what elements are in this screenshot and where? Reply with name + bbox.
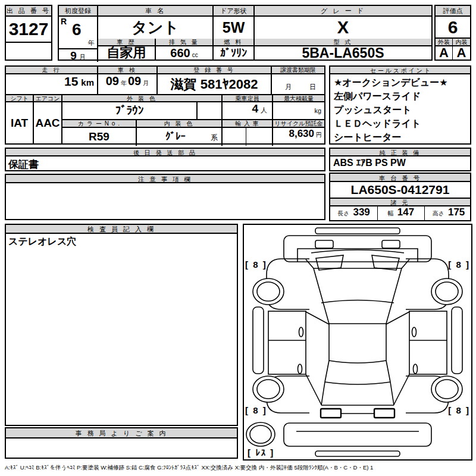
b-pillar-lines	[306, 312, 409, 324]
first-reg-era: R	[61, 17, 67, 26]
transfer-label: 譲渡書類期限	[272, 67, 324, 74]
details-box: 走 行 車 検 登 録 番 号 譲渡書類期限 15 km 09 年 09 月 滋…	[5, 65, 325, 145]
car-top-view-diagram	[244, 225, 471, 459]
capacity-value: 4	[252, 102, 258, 115]
width-value: 147	[397, 206, 414, 218]
office-label: 事 務 局 よ り ご 案 内	[6, 428, 237, 439]
auction-sheet: 出 品 番 号 3127 初度登録 車 名 ドア形状 グ レ ー ド R 6 年…	[0, 0, 476, 476]
rocker-right	[452, 307, 462, 374]
payload-label: 最大積載量	[273, 95, 324, 102]
later-parts-value: 保証書	[6, 156, 324, 170]
door-handle-front-left	[299, 327, 303, 337]
rear-bumper	[284, 423, 431, 446]
wheel-mark-front-right: [ 8 ]	[448, 259, 470, 270]
displacement-value: 660	[170, 46, 190, 60]
transfer-value-cell: 月 日	[272, 74, 324, 95]
door-shape-value: 5W	[214, 17, 255, 39]
sales-point-item: 左側パワースライド	[330, 89, 470, 103]
exterior-grade-value: A	[436, 46, 453, 60]
fuel-label: 燃 料	[214, 39, 255, 46]
capacity-label: 乗車定員	[223, 95, 273, 102]
displacement-unit: cc	[192, 52, 198, 58]
roof-front-line	[321, 300, 394, 303]
front-upper-strip	[315, 228, 400, 234]
auction-number-value: 3127	[6, 17, 51, 43]
rear-glass-sides	[325, 361, 390, 382]
transfer-day-label: 日	[309, 83, 316, 92]
score-label: 評価点	[436, 6, 470, 17]
later-parts-label: 後 日 発 送 部 品	[6, 149, 324, 156]
ext-color-subcell	[198, 102, 223, 120]
import-value-cell-2	[246, 128, 273, 146]
mileage-value: 15	[64, 74, 78, 89]
int-color-label: 内 装 色	[137, 120, 223, 128]
recycle-value: 8,630	[289, 128, 314, 140]
recycle-value-cell: 8,630 円	[273, 128, 324, 146]
reg-no-value: 滋賀 581ﾔ2082	[158, 74, 272, 95]
grade-value: X	[255, 17, 431, 39]
mileage-value-cell: 15 km	[6, 74, 98, 95]
rear-plate-right	[374, 409, 394, 418]
inspection-month: 09	[128, 74, 141, 88]
doors-left	[268, 311, 306, 374]
height-cell: 高さ 175	[425, 206, 472, 220]
model-label: 型 式	[255, 39, 431, 46]
grade-label: グ レ ー ド	[255, 6, 431, 17]
sales-point-item: ★オークションデビュー★	[330, 76, 470, 89]
auction-number-label: 出 品 番 号	[6, 6, 51, 17]
color-no-value: R59	[62, 128, 137, 146]
aircon-value: AAC	[34, 102, 62, 143]
int-color-suffix: 系	[211, 133, 218, 143]
capacity-value-cell: 4 人	[223, 102, 273, 120]
car-name-label: 車 名	[98, 6, 214, 17]
exterior-grade-label: 外装	[436, 39, 453, 46]
notes-label: 注 意 事 項 欄	[6, 175, 324, 183]
door-handle-rear-left	[298, 364, 302, 374]
wheel-mark-front-left: [ 8 ]	[245, 259, 267, 270]
length-cell: 長さ 339	[330, 206, 378, 220]
sales-point-item: プッシュスタート	[330, 103, 470, 117]
history-label: 車 歴	[98, 39, 156, 46]
damage-code-legend: A:ｷｽﾞ U:ﾍｺﾐ B:ｷｽﾞを伴うﾍｺﾐ P:要塗装 W:補修跡 S:錆 …	[5, 464, 475, 472]
interior-grade-value: A	[453, 46, 470, 60]
mileage-unit: km	[81, 77, 94, 87]
first-reg-year: 6	[72, 20, 82, 39]
sales-points-label: セ ー ル ス ポ イ ン ト	[330, 67, 470, 74]
height-label: 高さ	[433, 209, 444, 218]
spare-tire	[246, 422, 275, 446]
door-shape-label: ドア形状	[214, 6, 255, 17]
inspector-label: 検 査 員 記 入 欄	[6, 225, 237, 234]
inspection-value-cell: 09 年 09 月	[98, 74, 158, 95]
door-handle-front-right	[412, 327, 416, 337]
fuel-value: ｶﾞｿﾘﾝ	[214, 46, 255, 60]
displacement-value-cell: 660 cc	[156, 46, 214, 60]
recycle-label: リサイクル預託金	[273, 120, 324, 128]
rocker-left	[253, 307, 264, 374]
shift-value: IAT	[6, 102, 34, 143]
auction-number-blank	[6, 43, 51, 60]
sales-point-item: ＬＥＤヘッドライト	[330, 117, 470, 130]
sales-points-box: セ ー ル ス ポ イ ン ト ★オークションデビュー★ 左側パワースライド プ…	[329, 65, 471, 145]
windshield	[314, 268, 402, 324]
interior-grade-label: 内装	[453, 39, 470, 46]
rear-hatch	[321, 382, 394, 405]
score-box: 評価点 6 外装 内装 A A	[434, 5, 471, 61]
height-value: 175	[448, 206, 465, 218]
width-cell: 幅 147	[378, 206, 425, 220]
first-reg-year-cell: R 6 年	[59, 17, 98, 49]
first-reg-year-unit: 年	[88, 39, 95, 48]
auction-number-box: 出 品 番 号 3127	[5, 5, 52, 61]
sales-points-list: ★オークションデビュー★ 左側パワースライド プッシュスタート ＬＥＤヘッドライ…	[330, 76, 470, 145]
score-value: 6	[436, 17, 470, 39]
first-reg-month: 9	[70, 49, 77, 62]
payload-value-cell: kg	[273, 102, 324, 120]
rear-plate-left	[321, 409, 341, 418]
car-diagram-box: [ 8 ] [ 8 ] [ 8 ] [ 8 ] [ ﾚｽ ]	[243, 224, 472, 461]
aircon-label: エアコン	[34, 95, 62, 102]
genuine-equipment-value: ABS ｴｱB PS PW	[330, 156, 470, 170]
c-pillar-lines	[306, 374, 409, 405]
int-color-value: ｸﾞﾚｰ	[165, 131, 186, 143]
vehicle-info-box: 初度登録 車 名 ドア形状 グ レ ー ド R 6 年 9 月 タント 5W X…	[58, 5, 433, 61]
history-value: 自家用	[98, 46, 156, 60]
genuine-equipment-box: 純 正 装 備 ABS ｴｱB PS PW	[329, 148, 471, 171]
